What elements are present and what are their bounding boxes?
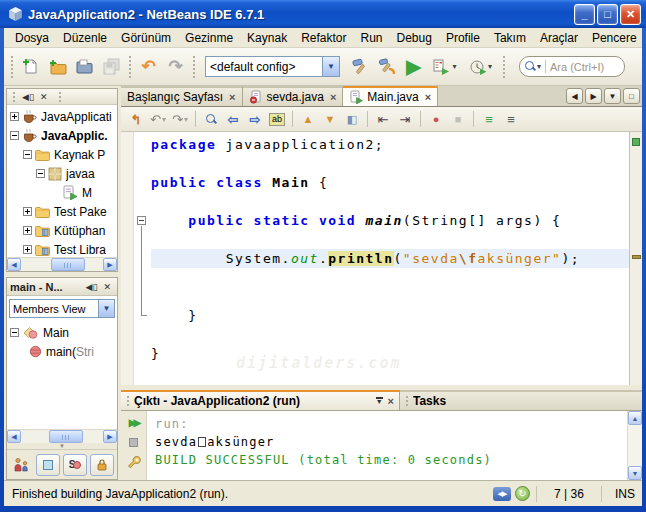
stop-macro-button[interactable]: ■: [447, 109, 469, 130]
minimize-button[interactable]: _: [574, 4, 595, 25]
panel-grip[interactable]: [58, 91, 62, 103]
tab-start-page[interactable]: Başlangıç Sayfası ×: [121, 86, 243, 106]
ant-settings-button[interactable]: [124, 453, 144, 471]
toolbar-grip[interactable]: [502, 55, 506, 79]
quick-search-box[interactable]: ▾: [519, 56, 625, 77]
tree-row-sources[interactable]: Kaynak P: [7, 145, 117, 164]
close-tab-icon[interactable]: ×: [330, 92, 336, 102]
tab-list-dropdown-icon[interactable]: ▼: [604, 88, 621, 104]
close-panel-icon[interactable]: ✕: [37, 90, 51, 104]
output-vertical-scrollbar[interactable]: ▲ ▼: [627, 411, 642, 480]
tree-row-test-libraries[interactable]: Test Libra: [7, 240, 117, 257]
scroll-down-icon[interactable]: ▼: [628, 466, 642, 480]
find-previous-button[interactable]: ⇦: [222, 109, 244, 130]
menu-duzenle[interactable]: Düzenle: [56, 29, 114, 47]
tree-row-method-main[interactable]: main(Stri: [7, 342, 117, 361]
expand-icon[interactable]: [10, 112, 19, 121]
scroll-right-icon[interactable]: ▶: [103, 258, 117, 271]
new-file-button[interactable]: [18, 54, 43, 80]
debug-dropdown-icon[interactable]: ▾: [452, 62, 456, 71]
expand-icon[interactable]: [23, 207, 32, 216]
menu-refaktor[interactable]: Refaktor: [294, 29, 353, 47]
tree-row-class-main[interactable]: Main: [7, 323, 117, 342]
output-tab[interactable]: Çıktı - JavaApplication2 (run) ▼ ×: [121, 390, 400, 410]
tree-row-test-packages[interactable]: Test Pake: [7, 202, 117, 221]
menu-profile[interactable]: Profile: [439, 29, 487, 47]
scroll-thumb[interactable]: [49, 430, 83, 443]
maximize-editor-icon[interactable]: □: [623, 88, 640, 104]
search-dropdown-icon[interactable]: ▾: [537, 62, 541, 71]
fold-collapse-icon[interactable]: [137, 216, 146, 225]
tree-row-project2[interactable]: JavaApplic.: [7, 126, 117, 145]
config-combobox[interactable]: <default config> ▼: [205, 56, 340, 77]
tasks-tab[interactable]: Tasks: [400, 390, 642, 410]
update-center-icon[interactable]: ↻: [515, 486, 530, 501]
members-view-combobox[interactable]: Members View ▼: [9, 299, 115, 318]
panel-grip[interactable]: [12, 91, 16, 103]
toolbar-grip[interactable]: [192, 55, 196, 79]
open-project-button[interactable]: [72, 54, 97, 80]
tab-sevda-java[interactable]: sevda.java ×: [243, 86, 344, 106]
scroll-left-icon[interactable]: ◀: [7, 430, 21, 443]
scroll-tabs-left-icon[interactable]: ◀: [566, 88, 583, 104]
collapse-icon[interactable]: [36, 169, 45, 178]
menu-takim[interactable]: Takım: [487, 29, 533, 47]
redo-button[interactable]: ↷: [163, 54, 188, 80]
find-selection-button[interactable]: [200, 109, 222, 130]
close-button[interactable]: ✕: [620, 4, 641, 25]
scroll-left-icon[interactable]: ◀: [7, 258, 21, 271]
tree-row-main-class[interactable]: M: [7, 183, 117, 202]
rerun-button[interactable]: ▶▶: [124, 413, 144, 431]
output-text[interactable]: run: sevdaaksünger BUILD SUCCESSFUL (tot…: [147, 411, 627, 480]
menu-debug[interactable]: Debug: [390, 29, 439, 47]
expand-icon[interactable]: [23, 226, 32, 235]
tree-row-libraries[interactable]: Kütüphan: [7, 221, 117, 240]
show-fields-button[interactable]: [36, 454, 60, 476]
menu-pencere[interactable]: Pencere: [585, 29, 644, 47]
title-bar[interactable]: JavaApplication2 - NetBeans IDE 6.7.1 _ …: [0, 0, 646, 28]
new-project-button[interactable]: [45, 54, 70, 80]
search-input[interactable]: [550, 61, 612, 73]
stop-build-button[interactable]: [124, 433, 144, 451]
collapse-icon[interactable]: [10, 328, 19, 337]
menu-kaynak[interactable]: Kaynak: [240, 29, 294, 47]
minimize-window-icon[interactable]: ▼: [376, 397, 383, 405]
panel-grip[interactable]: [405, 395, 409, 407]
find-next-button[interactable]: ⇨: [244, 109, 266, 130]
toggle-highlight-button[interactable]: ab: [266, 109, 288, 130]
save-all-button[interactable]: [99, 54, 124, 80]
show-inherited-members-button[interactable]: [9, 454, 33, 476]
scroll-tabs-right-icon[interactable]: ▶: [585, 88, 602, 104]
navigator-header[interactable]: main - N... ◀▯ ✕: [7, 278, 117, 296]
forward-button[interactable]: ↷▾: [169, 109, 191, 130]
code-editor[interactable]: package javaapplication2; public class M…: [121, 132, 642, 385]
toolbar-grip[interactable]: [10, 55, 14, 79]
combo-arrow-icon[interactable]: ▼: [98, 300, 114, 317]
menu-gezinme[interactable]: Gezinme: [178, 29, 240, 47]
last-edit-button[interactable]: ↰: [125, 109, 147, 130]
tab-main-java[interactable]: Main.java ×: [343, 86, 438, 106]
menu-gorunum[interactable]: Görünüm: [114, 29, 178, 47]
next-bookmark-button[interactable]: ▼: [319, 109, 341, 130]
scroll-thumb[interactable]: [51, 258, 85, 271]
toggle-bookmark-button[interactable]: ◧: [341, 109, 363, 130]
previous-bookmark-button[interactable]: ▲: [297, 109, 319, 130]
start-macro-button[interactable]: ●: [425, 109, 447, 130]
error-stripe[interactable]: [629, 132, 642, 385]
shift-left-button[interactable]: ⇤: [372, 109, 394, 130]
build-button[interactable]: [347, 54, 372, 80]
uncomment-button[interactable]: ≡: [500, 109, 522, 130]
run-button[interactable]: ▶: [401, 54, 426, 80]
projects-panel-header[interactable]: ◀▯ ✕: [7, 89, 117, 105]
tree-row-package[interactable]: javaa: [7, 164, 117, 183]
close-tab-icon[interactable]: ×: [229, 92, 235, 102]
expand-icon[interactable]: [23, 245, 32, 254]
combo-arrow-icon[interactable]: ▼: [322, 57, 339, 76]
menu-run[interactable]: Run: [354, 29, 390, 47]
close-panel-icon[interactable]: ✕: [100, 280, 114, 294]
minimize-panel-icon[interactable]: ◀▯: [19, 90, 37, 104]
debug-button[interactable]: ▾: [428, 54, 462, 80]
minimize-panel-icon[interactable]: ◀▯: [83, 280, 101, 294]
scroll-right-icon[interactable]: ▶: [103, 430, 117, 443]
occurrence-mark[interactable]: [632, 255, 641, 259]
